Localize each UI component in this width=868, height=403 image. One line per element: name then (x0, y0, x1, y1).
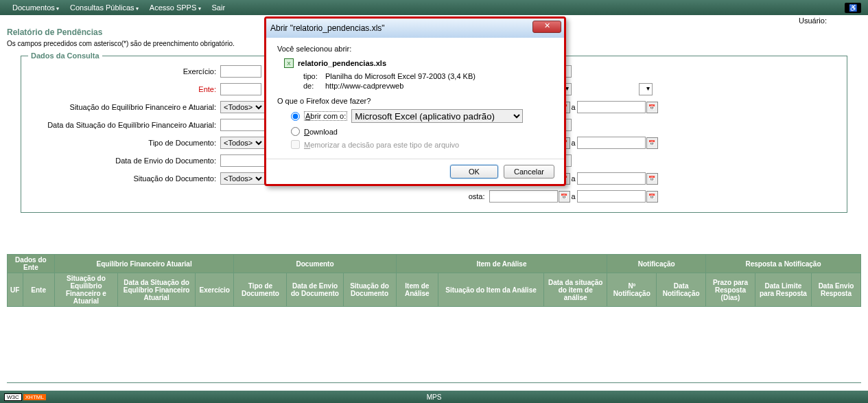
dialog-filename: relatorio_pendencias.xls (298, 59, 386, 67)
select-sit-eq[interactable]: <Todos> (220, 101, 265, 113)
footer: W3C XHTML MPS (0, 391, 868, 403)
accessibility-icon[interactable]: ♿ (845, 3, 861, 13)
th-data-sit-item: Data da situação do item de análise (544, 273, 607, 307)
download-dialog: Abrir "relatorio_pendencias.xls" ✕ Você … (264, 16, 566, 186)
input-ente[interactable] (220, 83, 261, 95)
th-prazo: Prazo para Resposta (Dias) (706, 273, 755, 307)
cal-icon[interactable]: 📅 (646, 137, 658, 149)
ok-button[interactable]: OK (450, 165, 498, 179)
dialog-de-label: de: (303, 82, 321, 90)
dialog-titlebar: Abrir "relatorio_pendencias.xls" ✕ (266, 19, 564, 38)
fieldset-legend: Dados da Consulta (28, 51, 102, 60)
xhtml-badge: XHTML (23, 394, 46, 400)
th-data-not: Data Notificação (657, 273, 706, 307)
results-table: Dados do Ente Equilíbrio Financeiro Atua… (7, 254, 861, 369)
lbl-tipo-doc: Tipo de Documento: (28, 139, 220, 147)
th-sit-eq: Situação do Equilíbrio Financeiro e Atua… (54, 273, 117, 307)
lbl-sit-eq: Situação do Equilíbrio Financeiro e Atua… (28, 103, 220, 111)
th-item: Item de Análise (396, 273, 438, 307)
dialog-selecionou: Você selecionou abrir: (277, 45, 553, 53)
th-group-not: Notificação (607, 255, 706, 273)
cal-icon[interactable]: 📅 (559, 191, 570, 203)
select-tipo-doc[interactable]: <Todos> (220, 137, 265, 149)
lbl-r8: osta: (448, 192, 489, 200)
label-download: Download (304, 128, 338, 136)
th-sit-doc: Situação do Documento (343, 273, 396, 307)
input-data-envio[interactable] (220, 154, 268, 167)
close-icon[interactable]: ✕ (532, 21, 561, 33)
th-data-envio: Data de Envio do Documento (287, 273, 343, 307)
input-r8b[interactable] (577, 190, 646, 203)
th-data-limite: Data Limite para Resposta (755, 273, 811, 307)
cal-icon[interactable]: 📅 (646, 102, 658, 113)
input-r7b[interactable] (577, 172, 646, 185)
menu-sair[interactable]: Sair (207, 3, 231, 12)
select-abrir-app[interactable]: Microsoft Excel (aplicativo padrão) (351, 109, 523, 123)
lbl-exercicio: Exercício: (28, 67, 220, 76)
select-r2b[interactable] (639, 83, 653, 95)
lbl-data-sit-eq: Data da Situação do Equilíbrio Financeir… (28, 121, 220, 129)
th-exercicio: Exercício (196, 273, 234, 307)
menu-documentos[interactable]: Documentos (7, 3, 64, 12)
input-exercicio[interactable] (220, 65, 261, 78)
select-sit-doc[interactable]: <Todos> (220, 172, 265, 185)
th-group-resp: Resposta a Notificação (706, 255, 861, 273)
input-r8a[interactable] (489, 190, 558, 203)
cal-icon[interactable]: 📅 (646, 191, 658, 203)
radio-download[interactable] (291, 127, 300, 136)
label-abrir-com: Abrir com o: (304, 112, 347, 120)
input-data-sit-eq[interactable] (220, 119, 268, 131)
th-data-env-resp: Data Envio Resposta (811, 273, 860, 307)
th-n-not: Nº Notificação (607, 273, 657, 307)
dialog-de-value: http://www-cadprevweb (325, 82, 403, 90)
th-group-ente: Dados do Ente (8, 255, 55, 273)
th-sit-item: Situação do Item da Análise (438, 273, 544, 307)
dialog-tipo-label: tipo: (303, 72, 321, 80)
lbl-data-envio: Data de Envio do Documento: (28, 157, 220, 165)
dialog-tipo-value: Planilha do Microsoft Excel 97-2003 (3,4… (325, 72, 476, 80)
dialog-title: Abrir "relatorio_pendencias.xls" (270, 23, 385, 33)
th-group-eq: Equilíbrio Financeiro Atuarial (54, 255, 234, 273)
input-r3b[interactable] (577, 101, 646, 113)
th-ente: Ente (23, 273, 54, 307)
w3c-badge: W3C (4, 393, 22, 401)
menu-consultas[interactable]: Consultas Públicas (64, 3, 144, 12)
th-group-doc: Documento (234, 255, 396, 273)
menu-acesso[interactable]: Acesso SPPS (144, 3, 207, 12)
radio-abrir-com[interactable] (291, 112, 300, 121)
th-group-item: Item de Análise (396, 255, 607, 273)
dialog-question: O que o Firefox deve fazer? (277, 97, 553, 105)
checkbox-memorize (291, 140, 300, 149)
cal-icon[interactable]: 📅 (646, 173, 658, 185)
th-tipo-doc: Tipo de Documento (234, 273, 287, 307)
lbl-ente: Ente: (28, 85, 220, 93)
label-memorize: Memorizar a decisão para este tipo de ar… (304, 141, 459, 149)
footer-mps: MPS (427, 393, 442, 401)
xls-file-icon: X (284, 58, 294, 68)
menubar: Documentos Consultas Públicas Acesso SPP… (0, 0, 868, 15)
cancel-button[interactable]: Cancelar (504, 165, 554, 179)
th-data-sit-eq: Data da Situação do Equlíbrio Financeiro… (118, 273, 196, 307)
input-r5b[interactable] (577, 137, 646, 149)
th-uf: UF (8, 273, 23, 307)
lbl-sit-doc: Situação do Documento: (28, 174, 220, 183)
